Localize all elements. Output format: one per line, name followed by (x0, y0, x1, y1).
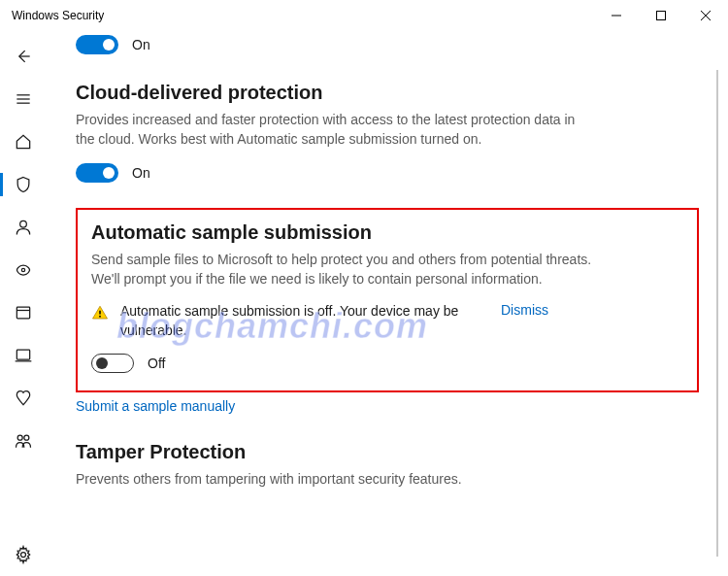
cloud-section: Cloud-delivered protection Provides incr… (76, 82, 699, 183)
svg-point-15 (24, 435, 29, 440)
warning-icon (91, 304, 109, 324)
auto-sample-heading: Automatic sample submission (91, 221, 683, 244)
nav-device-security[interactable] (0, 334, 47, 377)
sidebar (0, 31, 47, 576)
cloud-toggle[interactable] (76, 163, 118, 183)
svg-rect-1 (657, 12, 666, 20)
cloud-desc: Provides increased and faster protection… (76, 110, 580, 150)
main-content: On Cloud-delivered protection Provides i… (47, 31, 728, 576)
realtime-toggle[interactable] (76, 35, 118, 54)
svg-point-19 (99, 316, 101, 318)
svg-point-14 (17, 435, 22, 440)
auto-sample-toggle-label: Off (148, 356, 165, 371)
svg-rect-12 (17, 350, 29, 359)
tamper-heading: Tamper Protection (76, 441, 699, 463)
dismiss-link[interactable]: Dismiss (501, 302, 548, 318)
realtime-toggle-label: On (132, 37, 150, 52)
nav-firewall[interactable] (0, 249, 47, 291)
nav-family[interactable] (0, 420, 47, 462)
svg-point-9 (21, 268, 24, 271)
title-bar: Windows Security (0, 0, 728, 31)
auto-sample-desc: Send sample files to Microsoft to help p… (91, 250, 596, 289)
svg-point-8 (20, 220, 27, 227)
auto-sample-warning: Automatic sample submission is off. Your… (120, 302, 480, 340)
nav-device-performance[interactable] (0, 377, 47, 420)
scrollbar[interactable] (716, 70, 718, 557)
cloud-heading: Cloud-delivered protection (76, 82, 699, 104)
cloud-toggle-label: On (132, 165, 150, 181)
svg-point-16 (21, 553, 26, 558)
maximize-button[interactable] (639, 0, 683, 31)
nav-app-browser[interactable] (0, 291, 47, 334)
auto-sample-section: Automatic sample submission Send sample … (76, 208, 699, 393)
nav-virus-threat[interactable] (0, 163, 47, 206)
nav-settings[interactable] (0, 533, 47, 576)
svg-rect-10 (17, 307, 29, 319)
menu-button[interactable] (0, 78, 47, 120)
minimize-button[interactable] (594, 0, 639, 31)
tamper-desc: Prevents others from tampering with impo… (76, 469, 580, 489)
tamper-section: Tamper Protection Prevents others from t… (76, 441, 699, 489)
close-button[interactable] (683, 0, 728, 31)
window-title: Windows Security (12, 9, 104, 22)
nav-home[interactable] (0, 120, 47, 163)
auto-sample-toggle[interactable] (91, 354, 134, 373)
nav-account[interactable] (0, 206, 47, 249)
back-button[interactable] (0, 35, 47, 78)
submit-sample-link[interactable]: Submit a sample manually (76, 398, 235, 414)
